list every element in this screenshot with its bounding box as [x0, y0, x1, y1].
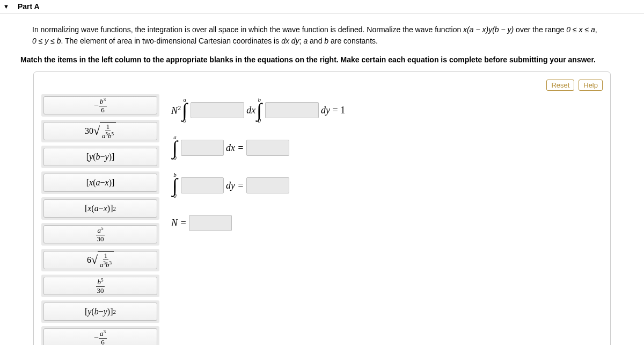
draggable-tile[interactable]: b530: [43, 277, 157, 295]
draggable-tile[interactable]: [x(a − x)]: [43, 174, 157, 192]
draggable-tile[interactable]: 6√1a3b3: [43, 251, 157, 269]
tile-slot: [x(a − x)]: [41, 171, 159, 194]
tile-slot: 30√1a5b5: [41, 120, 159, 142]
collapse-toggle-icon[interactable]: ▼: [3, 3, 9, 10]
draggable-tile[interactable]: −b36: [43, 96, 157, 114]
draggable-tile[interactable]: [y(b − y)]2: [43, 303, 157, 321]
instruction-text: Match the items in the left column to th…: [0, 52, 644, 71]
equation-column: N2 a ∫ 0 dx b ∫ 0 dy = 1 a: [171, 94, 345, 345]
draggable-tile[interactable]: a530: [43, 225, 157, 243]
tile-slot: 6√1a3b3: [41, 249, 159, 271]
equation-row-2: a ∫ 0 dx =: [171, 132, 345, 164]
drop-slot[interactable]: [246, 177, 289, 193]
part-label: Part A: [18, 2, 40, 11]
help-button[interactable]: Help: [579, 80, 603, 91]
draggable-tile[interactable]: [x(a − x)]2: [43, 199, 157, 218]
drop-slot[interactable]: [181, 177, 224, 193]
tile-source-column: −b3630√1a5b5[y(b − y)][x(a − x)][x(a − x…: [41, 94, 159, 345]
drop-slot[interactable]: [181, 140, 224, 156]
drop-slot[interactable]: [189, 215, 232, 231]
integral-icon: b ∫ 0: [257, 97, 262, 124]
tile-slot: −a36: [41, 326, 159, 345]
drop-slot[interactable]: [191, 102, 244, 118]
tile-slot: [x(a − x)]2: [41, 197, 159, 220]
draggable-tile[interactable]: [y(b − y)]: [43, 148, 157, 166]
tile-slot: a530: [41, 223, 159, 246]
draggable-tile[interactable]: 30√1a5b5: [43, 122, 157, 140]
tile-slot: b530: [41, 275, 159, 297]
tile-slot: −b36: [41, 94, 159, 117]
tile-slot: [y(b − y)]: [41, 146, 159, 168]
reset-button[interactable]: Reset: [546, 80, 574, 91]
equation-row-3: b ∫ 0 dy =: [171, 169, 345, 202]
integral-icon: b ∫ 0: [172, 172, 178, 199]
problem-statement: In normalizing wave functions, the integ…: [0, 13, 644, 52]
integral-icon: a ∫ 0: [172, 134, 178, 162]
drop-slot[interactable]: [265, 102, 319, 118]
tile-slot: [y(b − y)]2: [41, 300, 159, 323]
draggable-tile[interactable]: −a36: [43, 328, 157, 345]
integral-icon: a ∫ 0: [182, 97, 187, 124]
drop-slot[interactable]: [246, 140, 289, 156]
work-area: Reset Help −b3630√1a5b5[y(b − y)][x(a − …: [33, 71, 611, 345]
equation-row-1: N2 a ∫ 0 dx b ∫ 0 dy = 1: [171, 94, 345, 126]
equation-row-4: N =: [171, 207, 345, 239]
